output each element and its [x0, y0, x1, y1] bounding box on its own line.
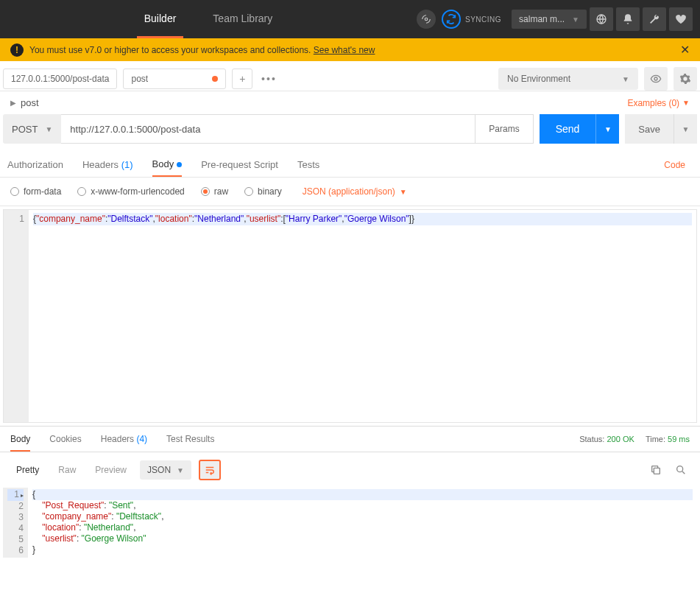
request-tab-1[interactable]: 127.0.0.1:5000/post-data: [3, 69, 117, 89]
response-tab-test-results[interactable]: Test Results: [166, 434, 214, 444]
satellite-icon[interactable]: [417, 10, 436, 29]
response-gutter: 1▸ 2 3 4 5 6: [3, 488, 28, 558]
search-icon[interactable]: [672, 461, 690, 479]
request-title: post: [21, 97, 39, 108]
topbar: Builder Team Library SYNCING salman m...…: [0, 0, 700, 38]
warning-icon: !: [10, 43, 24, 57]
editor-code[interactable]: {"company_name":"Delftstack","location":…: [29, 210, 696, 422]
request-body-editor[interactable]: 1 {"company_name":"Delftstack","location…: [3, 209, 697, 423]
radio-binary[interactable]: binary: [244, 186, 282, 197]
expand-icon[interactable]: ▶: [10, 99, 16, 107]
content-type-select[interactable]: JSON (application/json)▼: [303, 186, 407, 197]
body-modified-dot-icon: [177, 162, 182, 167]
save-button[interactable]: Save: [625, 114, 674, 144]
send-dropdown-button[interactable]: ▼: [595, 114, 619, 144]
unsaved-dot-icon: [212, 76, 218, 82]
user-dropdown[interactable]: salman m...▼: [512, 10, 587, 29]
body-type-row: form-data x-www-form-urlencoded raw bina…: [0, 178, 700, 206]
sync-badge: SYNCING: [442, 10, 501, 29]
response-editor[interactable]: 1▸ 2 3 4 5 6 { "Post_Request": "Sent", "…: [3, 488, 697, 558]
method-select[interactable]: POST▼: [3, 114, 61, 144]
sync-icon: [442, 10, 461, 29]
view-raw[interactable]: Raw: [52, 462, 82, 478]
request-tabs: Authorization Headers (1) Body Pre-reque…: [0, 151, 700, 178]
warning-bar: ! You must use v7.0 or higher to access …: [0, 38, 700, 61]
warning-close-button[interactable]: ✕: [680, 43, 690, 57]
tab-headers[interactable]: Headers (1): [82, 153, 133, 176]
request-row: POST▼ Params Send ▼ Save ▼: [0, 114, 700, 151]
title-row: ▶ post Examples (0)▼: [0, 91, 700, 114]
url-input[interactable]: [61, 114, 475, 144]
response-toolbar: Pretty Raw Preview JSON▼: [0, 452, 700, 488]
response-header: Body Cookies Headers (4) Test Results St…: [0, 426, 700, 452]
warning-text: You must use v7.0 or higher to access yo…: [29, 45, 314, 55]
environment-preview-button[interactable]: [644, 67, 668, 91]
response-tab-headers[interactable]: Headers (4): [101, 434, 147, 444]
wrench-icon[interactable]: [643, 7, 666, 31]
examples-dropdown[interactable]: Examples (0)▼: [627, 98, 690, 108]
tab-tests[interactable]: Tests: [297, 153, 319, 176]
tab-strip: 127.0.0.1:5000/post-data post + ••• No E…: [0, 61, 700, 91]
params-button[interactable]: Params: [475, 114, 533, 144]
nav-tab-team-library[interactable]: Team Library: [205, 0, 280, 38]
code-link[interactable]: Code: [664, 160, 693, 170]
environment-settings-button[interactable]: [674, 67, 697, 91]
tab-prerequest[interactable]: Pre-request Script: [201, 153, 278, 176]
wrap-toggle[interactable]: [199, 460, 221, 480]
bell-icon[interactable]: [616, 7, 640, 31]
copy-icon[interactable]: [647, 461, 665, 479]
globe-icon[interactable]: [590, 7, 613, 31]
request-tab-2[interactable]: post: [123, 69, 226, 89]
svg-rect-3: [654, 468, 660, 474]
tab-authorization[interactable]: Authorization: [7, 153, 63, 176]
tab-body[interactable]: Body: [152, 152, 183, 177]
response-tab-body[interactable]: Body: [10, 434, 30, 452]
response-code[interactable]: { "Post_Request": "Sent", "company_name"…: [28, 488, 697, 558]
send-button[interactable]: Send: [540, 114, 596, 144]
heart-icon[interactable]: [669, 7, 693, 31]
environment-select[interactable]: No Environment▼: [498, 68, 638, 90]
svg-point-0: [425, 18, 428, 21]
svg-point-2: [654, 77, 657, 80]
format-select[interactable]: JSON▼: [140, 460, 191, 480]
editor-gutter: 1: [4, 210, 29, 422]
tab-more-button[interactable]: •••: [258, 69, 279, 89]
nav-tab-builder[interactable]: Builder: [137, 0, 184, 38]
warning-link[interactable]: See what's new: [314, 45, 375, 55]
response-tab-cookies[interactable]: Cookies: [49, 434, 81, 444]
radio-raw[interactable]: raw: [201, 186, 228, 197]
svg-point-4: [677, 466, 683, 472]
radio-form-data[interactable]: form-data: [10, 186, 61, 197]
add-tab-button[interactable]: +: [232, 69, 252, 89]
radio-urlencoded[interactable]: x-www-form-urlencoded: [77, 186, 184, 197]
sync-label: SYNCING: [465, 15, 501, 24]
response-meta: Status: 200 OK Time: 59 ms: [579, 435, 690, 443]
view-preview[interactable]: Preview: [89, 462, 132, 478]
view-pretty[interactable]: Pretty: [10, 462, 45, 478]
save-dropdown-button[interactable]: ▼: [674, 114, 697, 144]
